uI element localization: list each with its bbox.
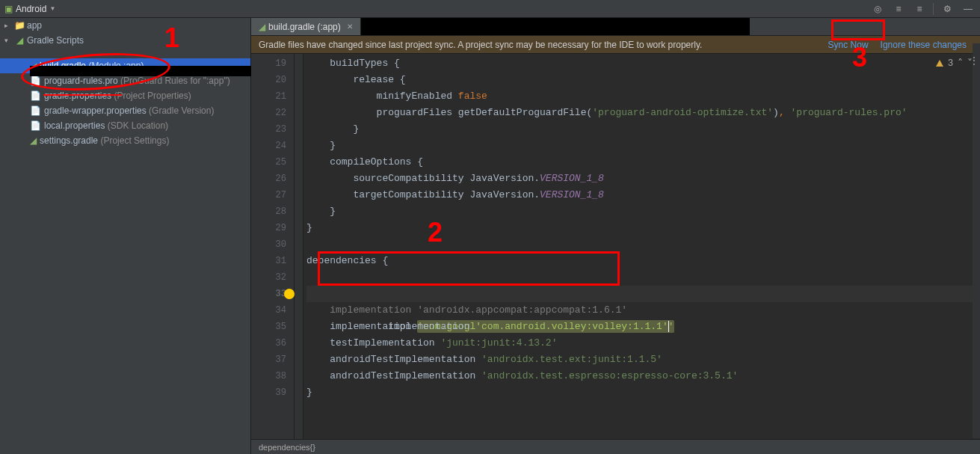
code-line: } xyxy=(306,203,974,220)
file-icon: 📄 xyxy=(30,91,41,101)
file-icon: 📄 xyxy=(30,105,41,116)
line-number-gutter: 19 20 21 22 23 24 25 26 27 28 29 30 31 3… xyxy=(251,54,295,439)
code-line: minifyEnabled false xyxy=(306,88,974,105)
code-line: proguardFiles getDefaultProguardFile('pr… xyxy=(306,105,974,121)
expand-icon[interactable]: ≡ xyxy=(891,1,906,16)
fold-gutter xyxy=(295,54,303,439)
code-line: compileOptions { xyxy=(306,154,974,171)
code-line-active: implementation 'com.android.volley:volle… xyxy=(306,286,974,302)
code-content[interactable]: buildTypes { release { minifyEnabled fal… xyxy=(303,54,980,439)
breadcrumb-bar[interactable]: dependencies{} xyxy=(251,439,980,454)
close-icon[interactable]: ✕ xyxy=(347,22,353,31)
tree-node-local[interactable]: 📄 local.properties (SDK Location) xyxy=(0,118,250,133)
code-editor[interactable]: 3 ˄ ˅ 19 20 21 22 23 24 25 26 27 28 29 3… xyxy=(251,54,980,439)
gear-icon[interactable]: ⚙ xyxy=(940,1,955,16)
gradle-file-icon: ◢ xyxy=(259,22,265,32)
code-line: } xyxy=(306,384,974,401)
editor-tab[interactable]: ◢ build.gradle (:app) ✕ xyxy=(251,18,361,35)
editor-area: ◢ build.gradle (:app) ✕ Gradle files hav… xyxy=(251,18,980,454)
caret xyxy=(668,321,669,332)
code-line: androidTestImplementation 'androidx.test… xyxy=(306,352,974,368)
folder-icon: 📁 xyxy=(15,21,24,30)
code-line: } xyxy=(306,121,974,138)
code-line: sourceCompatibility JavaVersion.VERSION_… xyxy=(306,171,974,187)
tree-node-app[interactable]: ▸ 📁 app xyxy=(0,18,250,33)
notice-text: Gradle files have changed since last pro… xyxy=(259,40,702,50)
scrollbar-marker-strip[interactable] xyxy=(973,43,980,438)
code-line: } xyxy=(306,220,974,236)
code-line: implementation 'androidx.appcompat:appco… xyxy=(306,302,974,319)
chevron-down-icon: ▾ xyxy=(4,37,12,44)
gradle-icon: ◢ xyxy=(15,36,24,45)
top-toolbar: ▣ Android ▼ ◎ ≡ ≡ ⚙ — xyxy=(0,0,980,18)
annotation-box-3 xyxy=(831,19,885,40)
tree-node-wrapper[interactable]: 📄 gradle-wrapper.properties (Gradle Vers… xyxy=(0,103,250,118)
collapse-icon[interactable]: ≡ xyxy=(912,1,927,16)
main-area: ▸ 📁 app ▾ ◢ Gradle Scripts ◢ build.gradl… xyxy=(0,18,980,454)
tree-node-scripts[interactable]: ▾ ◢ Gradle Scripts xyxy=(0,33,250,48)
ignore-changes-link[interactable]: Ignore these changes xyxy=(875,40,973,50)
chevron-right-icon: ▸ xyxy=(4,22,12,29)
bulb-icon[interactable] xyxy=(284,289,295,299)
annotation-3: 3 xyxy=(852,42,867,73)
code-line: release { xyxy=(306,72,974,88)
more-icon[interactable]: ⋮ xyxy=(970,55,979,66)
scope-selector[interactable]: ▣ Android ▼ xyxy=(4,4,55,14)
code-line: buildTypes { xyxy=(306,55,974,72)
code-line: testImplementation 'junit:junit:4.13.2' xyxy=(306,335,974,352)
tree-node-settings[interactable]: ◢ settings.gradle (Project Settings) xyxy=(0,133,250,148)
hide-icon[interactable]: — xyxy=(961,1,976,16)
annotation-2: 2 xyxy=(428,217,443,248)
tree-node-gprop[interactable]: 📄 gradle.properties (Project Properties) xyxy=(0,88,250,103)
gradle-file-icon: ◢ xyxy=(30,135,37,146)
annotation-box-2 xyxy=(318,251,620,286)
android-icon: ▣ xyxy=(4,4,13,14)
code-line: androidTestImplementation 'androidx.test… xyxy=(306,368,974,384)
annotation-1: 1 xyxy=(164,22,179,54)
chevron-down-icon: ▼ xyxy=(49,5,55,12)
code-line xyxy=(306,236,974,253)
code-line: } xyxy=(306,138,974,154)
annotation-underline xyxy=(43,94,122,96)
file-icon: 📄 xyxy=(30,120,41,131)
redacted-tab xyxy=(361,18,750,35)
code-line: targetCompatibility JavaVersion.VERSION_… xyxy=(306,187,974,203)
select-opened-icon[interactable]: ◎ xyxy=(870,1,885,16)
